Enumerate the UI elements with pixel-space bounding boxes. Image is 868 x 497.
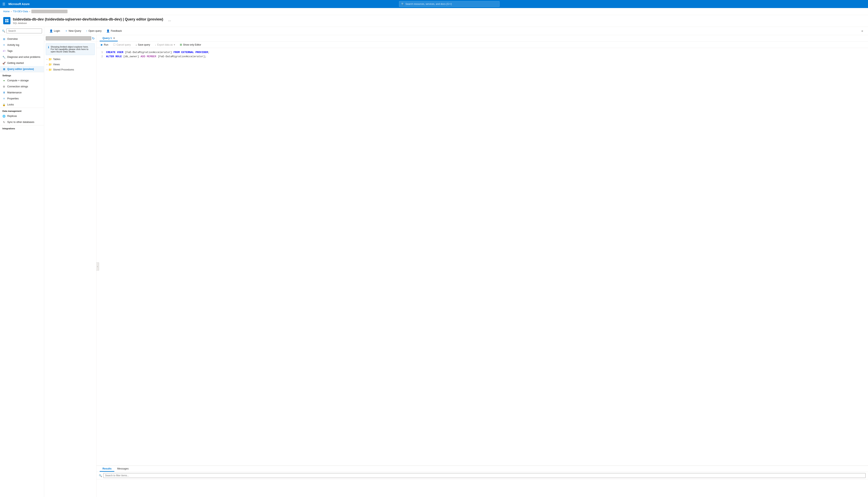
query-tab-1[interactable]: Query 1 ✕	[100, 35, 118, 41]
tree-label-stored-procedures: Stored Procedures	[53, 68, 74, 71]
sidebar-item-maintenance[interactable]: 🖥 Maintenance	[0, 89, 44, 96]
overview-icon: ⊞	[2, 37, 5, 41]
show-only-editor-icon: ⊞	[180, 43, 182, 46]
sidebar-item-compute-storage-label: Compute + storage	[7, 79, 29, 82]
breadcrumb-sep-1: ›	[11, 10, 12, 13]
sidebar-item-compute-storage[interactable]: ● Compute + storage	[0, 77, 44, 84]
oe-refresh-icon[interactable]: ↻	[92, 37, 95, 40]
code-editor[interactable]: 1 CREATE USER [FaE-DataMigrationAccelera…	[96, 48, 868, 466]
info-icon: ℹ	[48, 46, 49, 53]
more-options-icon[interactable]: ···	[168, 19, 171, 23]
resource-title: tsidevdata-db-dev (tsidevdata-sqlserver-…	[13, 17, 163, 24]
breadcrumb-parent[interactable]: TSI-DEV-Data	[13, 10, 28, 13]
collapse-sidebar-button[interactable]: «	[860, 28, 865, 33]
main-layout: 🔍 ⊞ Overview ≡ Activity log 🏷 Tags 🔧 Dia…	[0, 27, 868, 497]
sidebar-item-properties[interactable]: ≡ Properties	[0, 96, 44, 102]
info-banner[interactable]: ℹ Showing limited object explorer here. …	[46, 43, 95, 55]
messages-tab[interactable]: Messages	[114, 466, 131, 472]
sidebar-item-diagnose[interactable]: 🔧 Diagnose and solve problems	[0, 54, 44, 60]
results-search-input[interactable]	[103, 473, 866, 478]
new-query-icon: ＋	[65, 29, 68, 33]
sidebar-item-connection-strings[interactable]: ⚙ Connection strings	[0, 84, 44, 89]
sidebar-item-overview-label: Overview	[7, 38, 18, 40]
settings-section-label: Settings	[0, 72, 44, 77]
info-message: Showing limited object explorer here. Fo…	[51, 46, 93, 53]
toolbar: 👤 Login ＋ New Query ↑ Open query 👤 Feedb…	[44, 27, 868, 35]
global-search[interactable]: 🔍 Search resources, services, and docs (…	[399, 1, 500, 7]
breadcrumb-home[interactable]: Home	[3, 10, 10, 13]
results-tab[interactable]: Results	[100, 466, 114, 472]
search-icon: 🔍	[401, 3, 404, 5]
sidebar-item-sync-databases[interactable]: ↻ Sync to other databases	[0, 119, 44, 125]
sidebar-item-locks[interactable]: 🔒 Locks	[0, 102, 44, 108]
sidebar-item-replicas-label: Replicas	[7, 115, 17, 117]
sidebar-item-activity-log-label: Activity log	[7, 44, 19, 46]
line-number-1: 1	[99, 51, 103, 55]
sidebar-item-query-editor[interactable]: ⊞ Query editor (preview)	[0, 66, 44, 72]
run-label: Run	[104, 43, 108, 46]
integrations-section-label: Integrations	[0, 125, 44, 130]
sidebar-item-overview[interactable]: ⊞ Overview	[0, 36, 44, 42]
tree-item-views[interactable]: › 📁 Views	[44, 62, 96, 67]
query-editor-panel: Query 1 ✕ ▶ Run ☐ Cancel query ↓	[96, 35, 868, 497]
svg-rect-0	[5, 19, 6, 20]
resource-subtitle: SQL database	[13, 22, 163, 24]
sidebar-item-sync-databases-label: Sync to other databases	[7, 121, 34, 124]
tree-folder-tables: 📁	[48, 58, 52, 61]
open-query-button[interactable]: ↑ Open query	[84, 28, 103, 33]
sidebar-item-maintenance-label: Maintenance	[7, 91, 22, 94]
results-tabs: Results Messages	[96, 466, 868, 472]
page-title: tsidevdata-db-dev (tsidevdata-sqlserver-…	[13, 17, 163, 22]
data-management-section-label: Data management	[0, 108, 44, 113]
sidebar-search-icon: 🔍	[2, 29, 5, 32]
collapse-panel-button[interactable]: ‹	[96, 262, 99, 270]
resource-header: tsidevdata-db-dev (tsidevdata-sqlserver-…	[0, 15, 868, 27]
sidebar-item-getting-started[interactable]: 🚀 Getting started	[0, 60, 44, 66]
login-button[interactable]: 👤 Login	[47, 28, 62, 33]
export-data-button[interactable]: ↓ Export data as ▾	[153, 42, 177, 47]
svg-rect-2	[5, 21, 6, 22]
sidebar: 🔍 ⊞ Overview ≡ Activity log 🏷 Tags 🔧 Dia…	[0, 27, 44, 497]
open-query-label: Open query	[88, 29, 101, 32]
properties-icon: ≡	[2, 97, 5, 100]
content-area: 👤 Login ＋ New Query ↑ Open query 👤 Feedb…	[44, 27, 868, 497]
tree-label-views: Views	[53, 63, 60, 66]
tree-folder-views: 📁	[48, 63, 52, 66]
sidebar-item-tags[interactable]: 🏷 Tags	[0, 48, 44, 54]
hamburger-icon[interactable]: ☰	[2, 2, 5, 6]
breadcrumb: Home › TSI-DEV-Data ›	[0, 8, 868, 15]
tree-item-stored-procedures[interactable]: › 📁 Stored Procedures	[44, 67, 96, 72]
replicas-icon: 🌐	[2, 114, 5, 118]
login-label: Login	[54, 29, 60, 32]
run-button[interactable]: ▶ Run	[99, 42, 110, 47]
show-only-editor-button[interactable]: ⊞ Show only Editor	[178, 42, 203, 47]
feedback-button[interactable]: 👤 Feedback	[104, 28, 124, 33]
sidebar-item-replicas[interactable]: 🌐 Replicas	[0, 113, 44, 119]
query-tab-1-close-icon[interactable]: ✕	[113, 37, 115, 40]
code-line-1: 1 CREATE USER [FaE-DataMigrationAccelera…	[99, 51, 866, 55]
cancel-query-button[interactable]: ☐ Cancel query	[111, 42, 133, 47]
save-query-button[interactable]: ↓ Save query	[134, 42, 152, 47]
export-data-label: Export data as	[157, 43, 172, 46]
object-explorer: ↻ ℹ Showing limited object explorer here…	[44, 35, 96, 497]
search-input[interactable]	[6, 29, 42, 33]
sidebar-item-properties-label: Properties	[7, 97, 19, 100]
tags-icon: 🏷	[2, 49, 5, 53]
run-icon: ▶	[101, 43, 103, 46]
tree-item-tables[interactable]: › 📁 Tables	[44, 57, 96, 62]
sidebar-item-query-editor-label: Query editor (preview)	[7, 68, 34, 70]
sidebar-nav: ⊞ Overview ≡ Activity log 🏷 Tags 🔧 Diagn…	[0, 35, 44, 497]
locks-icon: 🔒	[2, 103, 5, 106]
line-number-2: 2	[99, 55, 103, 59]
azure-logo: Microsoft Azure	[9, 2, 29, 5]
tree-folder-stored-procedures: 📁	[48, 68, 52, 71]
oe-search-input[interactable]	[46, 36, 91, 40]
sidebar-search-container[interactable]: 🔍	[0, 27, 44, 35]
export-data-icon: ↓	[155, 43, 156, 46]
sidebar-item-activity-log[interactable]: ≡ Activity log	[0, 42, 44, 48]
results-search-container[interactable]: 🔍	[96, 472, 868, 479]
compute-storage-icon: ●	[2, 79, 5, 82]
login-icon: 👤	[50, 29, 53, 32]
sidebar-item-connection-strings-label: Connection strings	[7, 85, 28, 88]
new-query-button[interactable]: ＋ New Query	[63, 28, 83, 34]
